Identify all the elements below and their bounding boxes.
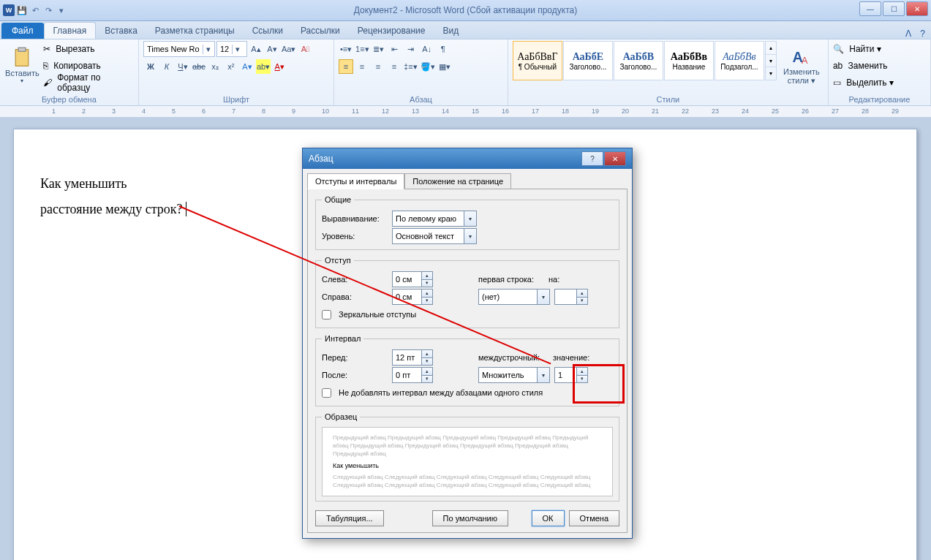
style-heading2[interactable]: АаБбВЗаголово... [614,41,663,80]
shading-icon[interactable]: 🪣▾ [420,59,436,74]
superscript-button[interactable]: x² [224,59,238,74]
redo-icon[interactable]: ↷ [42,4,54,16]
style-title[interactable]: АаБбВвНазвание [664,41,714,80]
find-icon: 🔍 [833,44,844,54]
paragraph-dialog: Абзац ? ✕ Отступы и интервалы Положение … [302,148,633,539]
copy-button[interactable]: ⎘ Копировать [43,58,134,74]
default-button[interactable]: По умолчанию [432,510,508,526]
highlight-icon[interactable]: ab▾ [256,59,271,74]
change-styles-button[interactable]: AA Изменить стили ▾ [780,41,823,89]
subscript-button[interactable]: x₂ [208,59,222,74]
align-right-icon[interactable]: ≡ [371,59,385,74]
firstline-label: первая строка: [478,275,544,284]
file-tab[interactable]: Файл [1,23,44,39]
underline-button[interactable]: Ч▾ [176,59,190,74]
group-editing-label: Редактирование [833,93,926,105]
tab-layout[interactable]: Разметка страницы [146,23,244,39]
tab-insert[interactable]: Вставка [96,23,146,39]
styles-up-icon[interactable]: ▴ [766,42,776,54]
sort-icon[interactable]: A↓ [420,42,434,56]
tabs-button[interactable]: Табуляция... [315,510,384,526]
group-styles: АаБбВвГ¶ Обычный АаБбЕЗаголово... АаБбВЗ… [508,39,829,105]
firstline-select[interactable]: (нет)▾ [478,289,550,305]
align-center-icon[interactable]: ≡ [355,59,369,74]
group-font-label: Шрифт [143,93,329,105]
numbering-icon[interactable]: 1≡▾ [355,42,370,56]
mirror-checkbox[interactable] [322,310,331,319]
font-name-combo[interactable]: Times New Ro▾ [143,41,215,57]
dialog-help-icon[interactable]: ? [581,151,603,166]
alignment-select[interactable]: По левому краю▾ [392,211,477,227]
svg-text:A: A [802,56,808,66]
alignment-label: Выравнивание: [322,214,388,223]
cancel-button[interactable]: Отмена [569,510,619,526]
find-button[interactable]: 🔍 Найти ▾ [833,41,881,57]
nospace-checkbox[interactable] [322,388,331,398]
format-painter-button[interactable]: 🖌 Формат по образцу [43,75,134,91]
qat-more-icon[interactable]: ▾ [56,4,67,16]
tab-review[interactable]: Рецензирование [349,23,434,39]
paste-button[interactable]: Вставить▾ [4,41,40,89]
tab-home[interactable]: Главная [44,22,97,39]
font-size-combo[interactable]: 12▾ [216,41,247,57]
quick-access-toolbar: W 💾 ↶ ↷ ▾ [0,4,67,16]
by-label: на: [549,275,570,284]
linespacing-select[interactable]: Множитель▾ [478,367,550,383]
text-effects-icon[interactable]: A▾ [240,59,255,74]
style-normal[interactable]: АаБбВвГ¶ Обычный [513,41,562,80]
indent-dec-icon[interactable]: ⇤ [388,42,402,56]
maximize-button[interactable]: ☐ [883,1,905,16]
multilevel-icon[interactable]: ≣▾ [372,42,386,56]
dialog-tab-indents[interactable]: Отступы и интервалы [307,173,404,189]
font-color-icon[interactable]: A▾ [272,59,287,74]
bullets-icon[interactable]: •≡▾ [339,42,353,56]
change-case-icon[interactable]: Aa▾ [281,42,296,56]
clear-format-icon[interactable]: A⃠ [298,42,312,56]
justify-icon[interactable]: ≡ [387,59,402,74]
before-label: Перед: [322,353,388,362]
ribbon-tabs: Файл Главная Вставка Разметка страницы С… [0,21,931,39]
indent-inc-icon[interactable]: ⇥ [404,42,418,56]
style-heading1[interactable]: АаБбЕЗаголово... [563,41,613,80]
close-button[interactable]: ✕ [906,1,928,16]
cut-button[interactable]: ✂ Вырезать [43,41,134,57]
ok-button[interactable]: ОК [532,510,565,526]
undo-icon[interactable]: ↶ [29,4,41,16]
dialog-close-icon[interactable]: ✕ [604,151,626,166]
tab-references[interactable]: Ссылки [244,23,292,39]
word-icon: W [3,4,15,16]
styles-down-icon[interactable]: ▾ [766,54,776,67]
line-spacing-icon[interactable]: ‡≡▾ [403,59,418,74]
select-button[interactable]: ▭ Выделить ▾ [833,75,894,91]
strike-button[interactable]: abc [192,59,206,74]
grow-font-icon[interactable]: A▴ [249,42,263,56]
save-icon[interactable]: 💾 [16,4,28,16]
tab-view[interactable]: Вид [434,23,467,39]
group-general: Общие Выравнивание: По левому краю▾ Уров… [315,195,619,250]
bold-button[interactable]: Ж [143,59,158,74]
style-subtitle[interactable]: АаБбВвПодзагол... [715,41,764,80]
level-select[interactable]: Основной текст▾ [392,228,477,244]
minimize-button[interactable]: — [859,1,881,16]
preview-box: Предыдущий абзац Предыдущий абзац Предыд… [322,427,613,496]
after-spin[interactable]: 0 пт▴▾ [392,367,433,383]
shrink-font-icon[interactable]: A▾ [265,42,279,56]
svg-rect-0 [16,49,29,66]
dialog-tab-position[interactable]: Положение на странице [404,173,511,189]
italic-button[interactable]: К [159,59,174,74]
indent-left-spin[interactable]: 0 см▴▾ [392,271,433,287]
annotation-highlight-box [573,364,625,404]
tab-mailings[interactable]: Рассылки [292,23,349,39]
group-clipboard-label: Буфер обмена [4,93,134,105]
borders-icon[interactable]: ▦▾ [437,59,452,74]
styles-more-icon[interactable]: ▾ [766,67,776,80]
indent-right-spin[interactable]: 0 см▴▾ [392,289,433,305]
pilcrow-icon[interactable]: ¶ [436,42,451,56]
before-spin[interactable]: 12 пт▴▾ [392,349,433,366]
replace-button[interactable]: ab Заменить [833,58,888,74]
dialog-titlebar[interactable]: Абзац ? ✕ [303,148,632,169]
firstline-by-spin[interactable]: ▴▾ [554,289,588,305]
ribbon-collapse-help[interactable]: ᐱ ? [905,29,925,39]
level-label: Уровень: [322,232,388,241]
align-left-icon[interactable]: ≡ [339,59,353,74]
